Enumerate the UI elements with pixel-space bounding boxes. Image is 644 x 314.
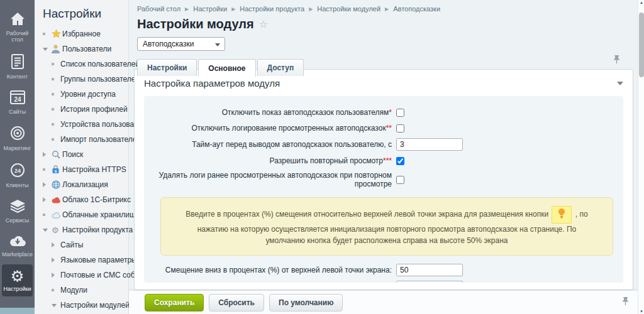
chevron-right-icon bbox=[43, 197, 46, 202]
required-mark: *** bbox=[383, 156, 392, 165]
sidebar-item-search[interactable]: Поиск bbox=[35, 147, 128, 162]
rail-item-label: Маркетинг bbox=[4, 145, 31, 151]
scrollbar-thumb[interactable] bbox=[639, 13, 644, 77]
breadcrumb-separator-icon: ▶ bbox=[185, 6, 189, 12]
sidebar-item-cloud-storage[interactable]: Облачные хранилища bbox=[35, 207, 128, 222]
chevron-down-icon bbox=[43, 229, 48, 232]
field-label: Тайм-аут перед выводом автоподсказок пол… bbox=[192, 140, 392, 149]
chevron-down-icon bbox=[52, 304, 57, 307]
offset-down-input[interactable] bbox=[396, 264, 463, 276]
form-row: Разрешить повторный просмотр*** bbox=[152, 155, 616, 166]
breadcrumb-item[interactable]: Рабочий стол bbox=[137, 5, 180, 13]
sidebar-item-sites[interactable]: Сайты bbox=[35, 237, 128, 252]
svg-text:24: 24 bbox=[14, 96, 21, 103]
sidebar-item-label: Группы пользователей bbox=[60, 75, 140, 84]
sidebar-item-modules[interactable]: Модули bbox=[35, 283, 128, 298]
sidebar-item-label: Настройки модулей bbox=[60, 301, 130, 310]
pin-icon[interactable] bbox=[622, 297, 629, 308]
rail-item-label: Рабочий стол bbox=[3, 30, 32, 43]
rail-item-label: Настройки bbox=[3, 286, 31, 292]
chevron-right-icon bbox=[43, 152, 46, 157]
scroll-up-icon[interactable]: ▲ bbox=[638, 1, 644, 4]
star-icon bbox=[52, 30, 62, 38]
tab-access[interactable]: Доступ bbox=[257, 59, 304, 76]
bullet-icon bbox=[43, 33, 45, 35]
sidebar-item-localization[interactable]: Локализация bbox=[35, 177, 128, 192]
disable-tips-checkbox[interactable] bbox=[396, 109, 404, 117]
timeout-input[interactable] bbox=[396, 138, 463, 151]
breadcrumb-item[interactable]: Настройки bbox=[193, 5, 227, 13]
cloud-blue-icon bbox=[52, 212, 62, 219]
sidebar-item-mail-sms-events[interactable]: Почтовые и СМС события bbox=[35, 268, 128, 283]
rail-item-marketing[interactable]: Маркетинг bbox=[2, 121, 33, 156]
disable-logging-checkbox[interactable] bbox=[396, 124, 404, 133]
sidebar-item-access-levels[interactable]: Уровни доступа bbox=[35, 87, 128, 102]
tab-general[interactable]: Основное bbox=[198, 59, 255, 77]
sidebar-item-product-settings[interactable]: ⚙ Настройки продукта bbox=[35, 222, 128, 237]
rail-item-sites[interactable]: 24 Сайты bbox=[2, 86, 33, 119]
sidebar-item-users[interactable]: Пользователи bbox=[35, 41, 128, 57]
save-button[interactable]: Сохранить bbox=[145, 294, 204, 311]
field-label: Смещение вниз в процентах (%) от верхней… bbox=[165, 266, 392, 274]
offset-right-input[interactable] bbox=[396, 281, 463, 283]
bullet-icon bbox=[43, 168, 45, 171]
breadcrumb-item[interactable]: Автоподсказки bbox=[393, 5, 440, 13]
form-row: Отключить логирование просмотренных авто… bbox=[152, 122, 616, 134]
circle-24-icon: 24 bbox=[10, 163, 25, 180]
field-label: Разрешить повторный просмотр bbox=[270, 156, 383, 165]
sidebar-item-label: Список пользователей bbox=[60, 60, 140, 68]
sidebar-item-https-settings[interactable]: s Настройка HTTPS bbox=[35, 162, 128, 177]
tab-bar: Настройки Основное Доступ bbox=[129, 59, 638, 76]
sidebar-item-user-list[interactable]: Список пользователей bbox=[35, 57, 128, 72]
rail-item-marketplace[interactable]: Marketplace bbox=[2, 230, 33, 262]
target-icon bbox=[10, 126, 25, 143]
rail-item-services[interactable]: Сервисы bbox=[2, 195, 33, 228]
sidebar-item-profile-history[interactable]: История профилей bbox=[35, 102, 128, 117]
scroll-down-icon[interactable]: ▼ bbox=[638, 310, 644, 313]
lock-icon: s bbox=[52, 165, 62, 174]
default-button[interactable]: По умолчанию bbox=[269, 294, 343, 311]
sidebar-item-language-params[interactable]: Языковые параметры bbox=[35, 252, 128, 268]
bitrix-admin-window: Рабочий стол Контент 24 Сайты Маркетинг … bbox=[0, 0, 644, 314]
chevron-right-icon bbox=[43, 182, 46, 187]
breadcrumb: Рабочий стол ▶ Настройки ▶ Настройки про… bbox=[129, 0, 638, 13]
rail-item-content[interactable]: Контент bbox=[2, 50, 33, 84]
chevron-right-icon bbox=[52, 242, 55, 247]
form-row: Удалять логи ранее просмотренных автопод… bbox=[152, 171, 616, 188]
sidebar-item-label: Настройка HTTPS bbox=[62, 165, 126, 174]
sidebar-item-user-import[interactable]: Импорт пользователей bbox=[35, 132, 128, 147]
module-select[interactable]: Автоподсказки bbox=[137, 37, 225, 51]
home-icon bbox=[9, 12, 26, 28]
required-mark: ** bbox=[386, 124, 392, 133]
breadcrumb-separator-icon: ▶ bbox=[231, 6, 235, 12]
chevron-right-icon bbox=[52, 273, 55, 278]
favorite-star-icon[interactable]: ☆ bbox=[259, 18, 268, 30]
sidebar-menu: Избранное Пользователи Список пользовате… bbox=[35, 26, 128, 313]
breadcrumb-item[interactable]: Настройки продукта bbox=[240, 5, 304, 13]
sidebar-item-label: Избранное bbox=[62, 30, 101, 38]
sidebar-item-module-settings[interactable]: Настройки модулей bbox=[35, 298, 128, 313]
sidebar-item-bitrix-cloud[interactable]: Облако 1С-Битрикс bbox=[35, 192, 128, 207]
sidebar-item-label: Пользователи bbox=[62, 45, 111, 53]
sidebar-item-label: Облачные хранилища bbox=[62, 210, 140, 219]
rail-item-desktop[interactable]: Рабочий стол bbox=[2, 8, 33, 48]
bullet-icon bbox=[52, 108, 54, 111]
sidebar-item-label: Локализация bbox=[62, 180, 108, 189]
sidebar-item-user-groups[interactable]: Группы пользователей bbox=[35, 72, 128, 87]
collapse-arrow-icon[interactable] bbox=[617, 82, 623, 85]
sidebar-item-label: История профилей bbox=[60, 105, 128, 114]
form-row: Отключить показ автоподсказок пользовате… bbox=[152, 107, 616, 118]
sidebar-item-favorites[interactable]: Избранное bbox=[35, 26, 128, 41]
rail-item-clients[interactable]: 24 Клиенты bbox=[2, 158, 33, 193]
rail-item-settings[interactable]: ⚙ Настройки bbox=[2, 264, 33, 296]
delete-logs-checkbox[interactable] bbox=[396, 176, 404, 184]
bullet-icon bbox=[52, 123, 54, 126]
vertical-scrollbar[interactable]: ▲ ▼ bbox=[638, 0, 644, 314]
allow-repeat-checkbox[interactable] bbox=[396, 157, 404, 165]
sidebar-item-user-devices[interactable]: Устройства пользователей bbox=[35, 117, 128, 132]
bullet-icon bbox=[52, 63, 54, 65]
reset-button[interactable]: Сбросить bbox=[209, 294, 264, 311]
breadcrumb-item[interactable]: Настройки модулей bbox=[317, 5, 380, 13]
form-row: Смещение вправо в процентах (%) от крайн… bbox=[152, 281, 616, 283]
tab-settings[interactable]: Настройки bbox=[137, 59, 197, 76]
